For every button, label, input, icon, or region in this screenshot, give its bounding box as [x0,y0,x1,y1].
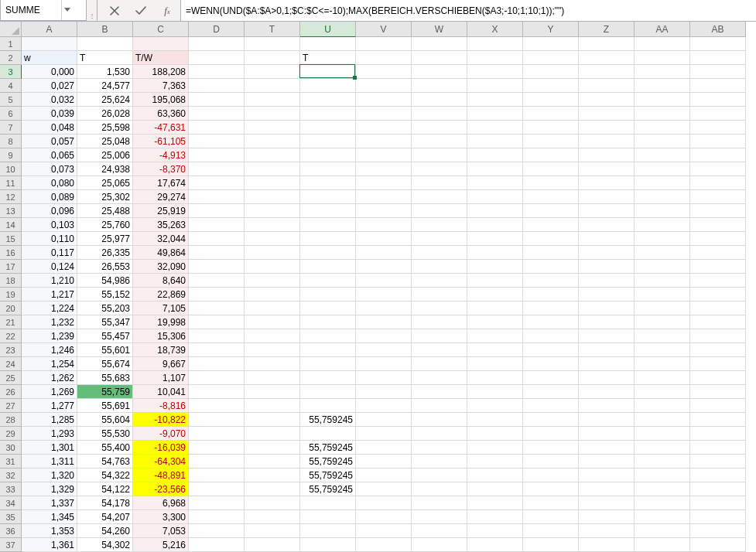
cell[interactable] [635,538,690,552]
cell[interactable] [579,427,635,441]
cell[interactable] [690,496,746,510]
cell[interactable]: 195,068 [133,93,189,107]
cell[interactable] [412,469,467,482]
cell[interactable]: 25,598 [77,121,133,135]
cell[interactable] [523,288,579,302]
cell[interactable] [467,427,523,441]
cell[interactable] [523,176,579,190]
cell[interactable] [579,176,635,190]
cell[interactable] [635,455,690,469]
cell[interactable]: 7,105 [133,302,189,315]
cell[interactable]: 63,360 [133,107,189,121]
cell[interactable] [579,148,635,162]
cell[interactable] [245,343,300,357]
cell[interactable] [245,315,300,329]
expand-handle-icon[interactable]: ⋮ [87,0,97,21]
cell[interactable] [189,246,245,260]
cell[interactable] [635,37,690,51]
cell[interactable] [579,469,635,482]
cell[interactable] [356,385,412,399]
cell[interactable] [635,218,690,232]
cell[interactable]: 1,345 [22,510,77,524]
row-header[interactable]: 32 [0,469,22,482]
name-box-dropdown[interactable] [61,0,72,20]
cell[interactable]: 15,306 [133,329,189,343]
cell[interactable] [245,399,300,413]
cell[interactable] [579,329,635,343]
cell[interactable] [245,148,300,162]
cell[interactable] [245,413,300,427]
cell[interactable]: 1,107 [133,371,189,385]
cell[interactable]: w [22,51,77,65]
cell[interactable] [412,357,467,371]
cell[interactable] [690,427,746,441]
cell[interactable]: 1,210 [22,274,77,288]
row-header[interactable]: 6 [0,107,22,121]
cell[interactable] [690,399,746,413]
cell[interactable] [356,371,412,385]
cell[interactable]: -61,105 [133,135,189,148]
cell[interactable]: 55,601 [77,343,133,357]
cell[interactable]: 0,027 [22,79,77,93]
row-header[interactable]: 22 [0,329,22,343]
cell[interactable] [523,135,579,148]
cell[interactable] [356,469,412,482]
cell[interactable] [356,190,412,204]
cell[interactable] [356,65,412,79]
cell[interactable]: 0,039 [22,107,77,121]
cell[interactable] [467,274,523,288]
cell[interactable] [579,385,635,399]
cell[interactable] [412,343,467,357]
cell[interactable]: 1,217 [22,288,77,302]
cell[interactable] [189,538,245,552]
cell[interactable] [245,135,300,148]
cell[interactable] [467,538,523,552]
cell[interactable] [635,413,690,427]
row-header[interactable]: 29 [0,427,22,441]
cell[interactable] [690,455,746,469]
row-header[interactable]: 28 [0,413,22,427]
cell[interactable]: 55,674 [77,357,133,371]
row-header[interactable]: 23 [0,343,22,357]
cell[interactable] [300,260,356,274]
cell[interactable] [579,510,635,524]
formula-input[interactable] [180,0,756,21]
cell[interactable] [412,148,467,162]
cell[interactable] [189,441,245,455]
cell[interactable] [245,510,300,524]
cell[interactable] [467,135,523,148]
cell[interactable] [579,343,635,357]
cell[interactable] [300,385,356,399]
cell[interactable] [635,65,690,79]
cell[interactable]: -16,039 [133,441,189,455]
cell[interactable] [467,246,523,260]
cell[interactable] [579,162,635,176]
cell[interactable] [245,204,300,218]
insert-function-button[interactable]: fx [154,0,180,21]
cell[interactable] [579,232,635,246]
row-header[interactable]: 3 [0,65,22,79]
cell[interactable] [300,274,356,288]
cell[interactable]: 55,203 [77,302,133,315]
cell[interactable] [523,107,579,121]
cell[interactable]: 25,624 [77,93,133,107]
cell[interactable]: 25,065 [77,176,133,190]
cell[interactable] [412,93,467,107]
cell[interactable]: 54,986 [77,274,133,288]
cell[interactable] [300,427,356,441]
cell[interactable] [245,260,300,274]
cell[interactable] [189,107,245,121]
cell[interactable]: 0,110 [22,232,77,246]
cell[interactable] [189,79,245,93]
cell[interactable]: T/W [133,51,189,65]
cell[interactable]: 0,000 [22,65,77,79]
cell[interactable] [635,510,690,524]
cell[interactable] [245,107,300,121]
column-header[interactable]: D [189,22,245,37]
cell[interactable] [523,218,579,232]
cell[interactable] [467,204,523,218]
cell[interactable] [412,510,467,524]
cell[interactable]: 24,938 [77,162,133,176]
cell[interactable] [635,524,690,538]
name-box-input[interactable] [1,5,61,15]
